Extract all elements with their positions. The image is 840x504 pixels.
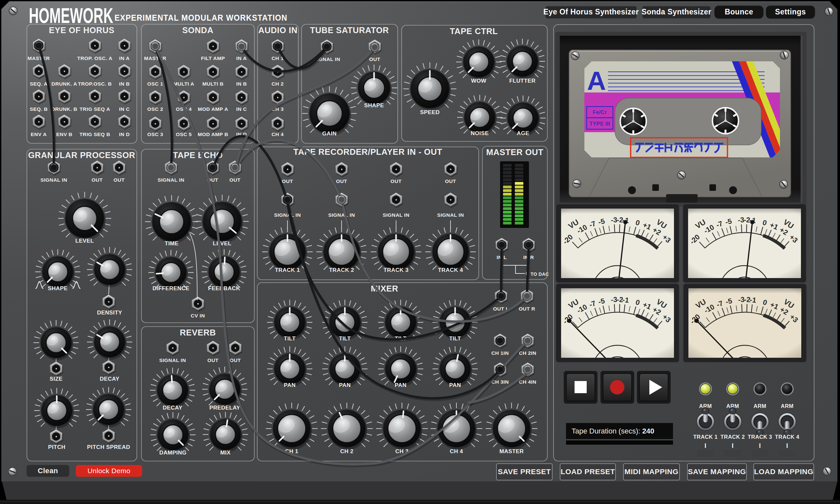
svg-text:PAN: PAN xyxy=(449,382,461,388)
svg-text:ARM: ARM xyxy=(754,403,767,409)
svg-text:OUT: OUT xyxy=(230,357,241,363)
svg-text:I: I xyxy=(704,442,706,449)
svg-text:DRUNK. B: DRUNK. B xyxy=(52,106,77,112)
svg-text:IN B: IN B xyxy=(119,81,130,87)
svg-text:TRACK 2: TRACK 2 xyxy=(721,434,745,440)
svg-text:CH 4: CH 4 xyxy=(272,131,284,137)
svg-text:OUT: OUT xyxy=(336,178,347,184)
svg-text:TO DAC: TO DAC xyxy=(530,271,549,277)
svg-text:DRUNK. A: DRUNK. A xyxy=(52,81,77,87)
svg-text:SIGNAL IN: SIGNAL IN xyxy=(383,212,409,218)
svg-text:TRACK 1: TRACK 1 xyxy=(275,267,300,273)
svg-text:OSC 2: OSC 2 xyxy=(147,106,163,112)
svg-text:MIDI MAPPING: MIDI MAPPING xyxy=(625,468,679,476)
svg-text:TRACK 3: TRACK 3 xyxy=(384,267,408,273)
svg-text:PITCH: PITCH xyxy=(48,444,66,450)
svg-text:TRACK 1: TRACK 1 xyxy=(693,434,718,440)
svg-text:Unlock Demo: Unlock Demo xyxy=(88,467,130,474)
svg-text:REVERB: REVERB xyxy=(180,328,216,337)
svg-text:SIGNAL IN: SIGNAL IN xyxy=(40,177,67,183)
svg-text:TAPE CTRL: TAPE CTRL xyxy=(450,26,498,36)
svg-text:I: I xyxy=(732,442,734,449)
svg-text:I: I xyxy=(759,442,761,449)
svg-text:SIZE: SIZE xyxy=(50,376,62,382)
svg-text:MULTI A: MULTI A xyxy=(173,81,194,87)
svg-text:TILT: TILT xyxy=(449,336,461,342)
svg-text:MASTER: MASTER xyxy=(28,55,50,61)
svg-text:-1: -1 xyxy=(749,295,757,304)
svg-text:MASTER: MASTER xyxy=(500,448,524,454)
svg-text:SIGNAL IN: SIGNAL IN xyxy=(274,212,301,218)
svg-text:GAIN: GAIN xyxy=(322,130,337,137)
svg-text:SAVE PRESET: SAVE PRESET xyxy=(498,468,550,476)
svg-text:OSC 5: OSC 5 xyxy=(176,131,192,137)
svg-text:SEQ. A: SEQ. A xyxy=(30,81,48,87)
svg-text:OUT: OUT xyxy=(445,178,456,184)
svg-text:WOW: WOW xyxy=(471,78,487,84)
svg-text:ENV B: ENV B xyxy=(56,131,72,137)
svg-text:SPEED: SPEED xyxy=(420,109,440,115)
svg-text:TROP. OSC. A: TROP. OSC. A xyxy=(77,55,112,61)
svg-text:SEQ. B: SEQ. B xyxy=(30,106,48,112)
svg-text:SIGNAL IN: SIGNAL IN xyxy=(158,177,185,183)
svg-text:OUT: OUT xyxy=(113,177,125,183)
svg-text:Settings: Settings xyxy=(775,7,806,16)
svg-text:PITCH SPREAD: PITCH SPREAD xyxy=(87,444,130,450)
svg-text:TAPE RECORDER/PLAYER IN - OUT: TAPE RECORDER/PLAYER IN - OUT xyxy=(293,147,442,157)
svg-text:TYPE III: TYPE III xyxy=(590,121,610,127)
svg-text:A: A xyxy=(587,66,606,95)
svg-text:Eye Of Horus Synthesizer: Eye Of Horus Synthesizer xyxy=(543,7,639,16)
svg-text:CH 2: CH 2 xyxy=(340,448,353,454)
svg-text:MOD AMP A: MOD AMP A xyxy=(198,106,228,112)
svg-text:IN C: IN C xyxy=(236,106,247,112)
svg-text:TIME: TIME xyxy=(165,240,178,247)
svg-text:SIGNAL IN: SIGNAL IN xyxy=(437,212,464,218)
svg-text:GRANULAR PROCESSOR: GRANULAR PROCESSOR xyxy=(28,150,136,160)
svg-text:OUT: OUT xyxy=(207,357,218,363)
svg-text:AUDIO IN: AUDIO IN xyxy=(258,25,298,35)
svg-text:TAPE ECHO: TAPE ECHO xyxy=(173,150,223,160)
svg-text:PREDELAY: PREDELAY xyxy=(209,404,240,411)
svg-text:LOAD MAPPING: LOAD MAPPING xyxy=(754,468,813,476)
svg-text:TILT: TILT xyxy=(284,336,296,342)
svg-text:OUT: OUT xyxy=(91,177,103,183)
svg-text:AGE: AGE xyxy=(517,130,529,137)
svg-text:FEEDBACK: FEEDBACK xyxy=(208,285,240,291)
svg-text:EXPERIMENTAL MODULAR WORKSTATI: EXPERIMENTAL MODULAR WORKSTATION xyxy=(115,13,287,22)
svg-text:DAMPING: DAMPING xyxy=(159,450,186,456)
svg-text:CH 2: CH 2 xyxy=(272,81,284,87)
svg-text:Tape Duration (secs): 240: Tape Duration (secs): 240 xyxy=(572,427,654,435)
svg-text:IN D: IN D xyxy=(119,131,130,137)
svg-text:CH 4: CH 4 xyxy=(450,448,463,454)
svg-text:MASTER OUT: MASTER OUT xyxy=(486,147,544,157)
svg-text:CV IN: CV IN xyxy=(191,313,205,319)
svg-text:OUT: OUT xyxy=(229,177,241,183)
svg-text:TRACK 4: TRACK 4 xyxy=(438,267,463,273)
svg-text:DECAY: DECAY xyxy=(100,376,119,382)
svg-text:PAN: PAN xyxy=(284,382,296,388)
svg-text:IN B: IN B xyxy=(236,81,247,87)
svg-text:DIFFERENCE: DIFFERENCE xyxy=(153,285,190,291)
svg-text:NOISE: NOISE xyxy=(471,130,489,137)
svg-text:IN A: IN A xyxy=(236,55,247,61)
svg-text:TILT: TILT xyxy=(339,336,351,342)
svg-text:Bounce: Bounce xyxy=(725,7,753,16)
svg-text:TRACK 2: TRACK 2 xyxy=(329,267,354,273)
svg-text:TUBE SATURATOR: TUBE SATURATOR xyxy=(310,25,389,35)
svg-text:OUT: OUT xyxy=(390,178,402,184)
svg-text:PAN: PAN xyxy=(339,382,351,388)
svg-text:ENV A: ENV A xyxy=(31,131,47,137)
svg-text:LEVEL: LEVEL xyxy=(213,240,232,247)
svg-text:SHAPE: SHAPE xyxy=(364,102,384,109)
svg-text:TRACK 4: TRACK 4 xyxy=(775,434,800,440)
svg-text:IN C: IN C xyxy=(119,106,130,112)
svg-text:TRACK 3: TRACK 3 xyxy=(748,434,772,440)
svg-text:DECAY: DECAY xyxy=(163,404,182,411)
svg-text:TRIG SEQ B: TRIG SEQ B xyxy=(80,131,110,137)
svg-text:EYE OF HORUS: EYE OF HORUS xyxy=(49,25,115,35)
svg-text:Sonda Synthesizer: Sonda Synthesizer xyxy=(642,7,711,16)
svg-text:SONDA: SONDA xyxy=(182,25,213,35)
svg-text:ARM: ARM xyxy=(781,403,794,409)
svg-text:TRIG SEQ A: TRIG SEQ A xyxy=(80,106,110,112)
svg-text:TROP.OSC. B: TROP.OSC. B xyxy=(78,81,111,87)
